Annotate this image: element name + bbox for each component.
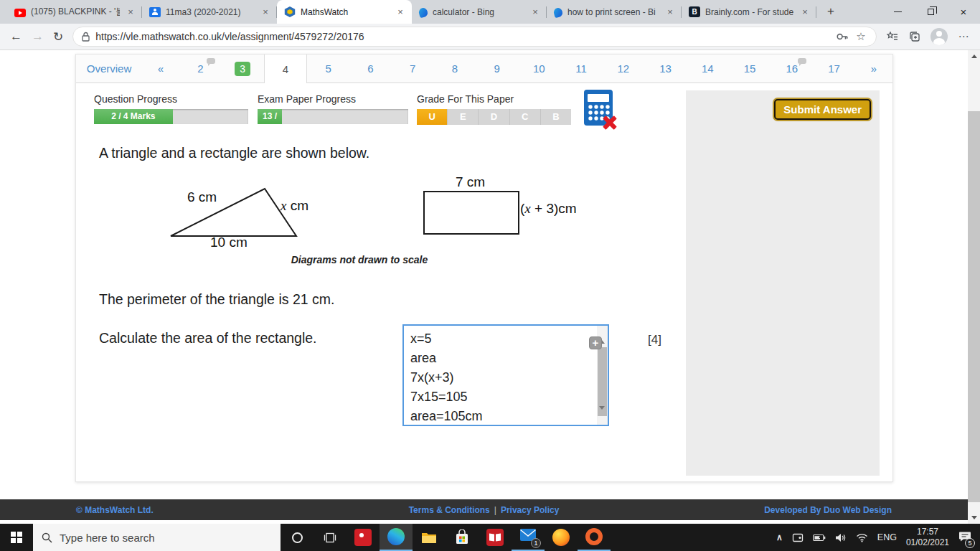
scroll-up-icon[interactable] [968, 50, 980, 62]
settings-menu-icon[interactable]: ⋯ [957, 30, 970, 43]
footer-copyright-link[interactable]: © MathsWatch Ltd. [76, 505, 154, 515]
nav-page-10[interactable]: 10 [518, 55, 560, 83]
footer-terms-link[interactable]: Terms & Conditions [409, 505, 490, 515]
browser-tab[interactable]: calculator - Bing × [412, 0, 547, 24]
taskbar-app-adobe-reader[interactable] [347, 524, 380, 551]
cortana-button[interactable] [281, 524, 314, 551]
nav-label: 11 [575, 62, 587, 75]
notification-center-button[interactable]: 5 [958, 531, 971, 545]
refresh-button[interactable]: ↻ [53, 29, 63, 44]
password-key-icon[interactable] [836, 30, 849, 43]
grade-cell-current: U [417, 109, 448, 125]
search-input[interactable] [60, 532, 253, 544]
nav-page-7[interactable]: 7 [392, 55, 434, 83]
nav-label: 5 [325, 62, 331, 75]
collections-icon[interactable] [908, 30, 921, 43]
nav-page-5[interactable]: 5 [307, 55, 349, 83]
screen-cast-icon[interactable] [792, 533, 804, 542]
task-view-button[interactable] [314, 524, 347, 551]
start-button[interactable] [0, 524, 33, 551]
close-tab-icon[interactable]: × [395, 6, 406, 18]
taskbar-search[interactable] [33, 524, 281, 551]
question-intro-text: A triangle and a rectangle are shown bel… [99, 145, 369, 161]
wifi-icon[interactable] [856, 533, 868, 542]
nav-prev[interactable]: « [142, 55, 179, 83]
footer-privacy-link[interactable]: Privacy Policy [501, 505, 559, 515]
taskbar-app-edge-active[interactable] [380, 524, 413, 551]
question-progress-label: Question Progress [94, 93, 177, 105]
page-scroll-thumb[interactable] [968, 111, 980, 502]
close-tab-icon[interactable]: × [125, 6, 136, 18]
profile-avatar[interactable] [930, 28, 948, 45]
favorites-hub-icon[interactable] [886, 30, 899, 43]
grade-bar: U E D C B [417, 109, 571, 125]
taskbar-app-firefox[interactable] [545, 524, 578, 551]
nav-page-3[interactable]: 3 [222, 55, 264, 83]
clock[interactable]: 17:57 01/02/2021 [906, 527, 949, 548]
language-indicator[interactable]: ENG [877, 532, 897, 542]
nav-page-12[interactable]: 12 [603, 55, 645, 83]
nav-page-9[interactable]: 9 [476, 55, 518, 83]
browser-tab-active[interactable]: MathsWatch × [277, 0, 412, 24]
clock-date: 01/02/2021 [906, 537, 949, 548]
nav-page-16[interactable]: 16 [771, 55, 814, 83]
nav-page-14[interactable]: 14 [687, 55, 729, 83]
nav-page-2[interactable]: 2 [179, 55, 222, 83]
nav-next[interactable]: » [855, 55, 892, 83]
nav-page-8[interactable]: 8 [434, 55, 476, 83]
browser-tab[interactable]: B Brainly.com - For stude × [682, 0, 816, 24]
nav-overview[interactable]: Overview [76, 55, 142, 83]
question-nav: Overview « 2 3 4 5 6 7 8 9 10 11 12 13 1… [76, 55, 892, 83]
submit-answer-button[interactable]: Submit Answer [774, 99, 871, 120]
answer-box: x=5 area 7x(x+3) 7x15=105 area=105cm + [402, 324, 609, 426]
close-tab-icon[interactable]: × [529, 6, 541, 18]
nav-label: Overview [87, 62, 132, 75]
close-tab-icon[interactable]: × [799, 6, 811, 18]
taskbar-app-mail[interactable]: 1 [512, 524, 545, 551]
exam-progress-bar: 13 / [258, 109, 408, 124]
nav-page-15[interactable]: 15 [729, 55, 771, 83]
nav-page-17[interactable]: 17 [813, 55, 855, 83]
page-scrollbar[interactable] [968, 50, 980, 524]
nav-page-6[interactable]: 6 [349, 55, 392, 83]
browser-tab[interactable]: how to print screen - Bi × [547, 0, 682, 24]
firefox-icon [552, 529, 570, 546]
url-text[interactable]: https://vle.mathswatch.co.uk/vle/assignm… [95, 31, 830, 42]
close-tab-icon[interactable]: × [260, 6, 271, 18]
new-tab-button[interactable]: + [821, 2, 841, 22]
minimize-button[interactable] [881, 0, 914, 24]
nav-page-11[interactable]: 11 [560, 55, 603, 83]
tab-title: Brainly.com - For stude [705, 7, 794, 17]
bing-icon [553, 7, 564, 19]
nav-page-13[interactable]: 13 [644, 55, 687, 83]
volume-icon[interactable] [835, 533, 847, 542]
mail-unread-badge: 1 [531, 538, 541, 548]
scroll-down-icon[interactable] [599, 410, 605, 423]
scroll-down-icon[interactable] [968, 512, 980, 524]
nav-page-4-current[interactable]: 4 [264, 55, 308, 83]
taskbar-app-origin[interactable] [578, 524, 611, 551]
add-favorite-star-icon[interactable]: ☆ [854, 30, 867, 43]
rectangle-top-label: 7 cm [456, 174, 485, 190]
enlarge-answer-button[interactable]: + [589, 336, 602, 349]
nav-label: « [158, 62, 164, 75]
browser-tab[interactable]: 11ma3 (2020-2021) × [142, 0, 277, 24]
close-window-button[interactable]: × [947, 0, 980, 24]
answer-input[interactable]: x=5 area 7x(x+3) 7x15=105 area=105cm [404, 326, 597, 425]
mail-icon: 1 [519, 528, 537, 545]
grade-cell: E [448, 109, 479, 125]
battery-icon[interactable] [813, 534, 826, 542]
footer-developer-link[interactable]: Developed By Duo Web Design [764, 505, 892, 515]
shapes-diagram: 6 cm x cm 10 cm 7 cm (x + 3)cm Diagrams … [166, 174, 611, 274]
back-button[interactable]: ← [10, 29, 22, 44]
taskbar-app-file-explorer[interactable] [413, 524, 446, 551]
restore-button[interactable] [914, 0, 947, 24]
taskbar-app-ebook[interactable] [479, 524, 512, 551]
address-bar[interactable]: https://vle.mathswatch.co.uk/vle/assignm… [72, 27, 877, 47]
youtube-icon [14, 9, 26, 17]
grade-label: Grade For This Paper [417, 93, 514, 105]
taskbar-app-microsoft-store[interactable] [446, 524, 479, 551]
tray-expand-icon[interactable]: ∧ [776, 532, 783, 542]
browser-tab[interactable]: (1075) BLACKPINK - '블 × [7, 0, 142, 24]
close-tab-icon[interactable]: × [664, 6, 676, 18]
